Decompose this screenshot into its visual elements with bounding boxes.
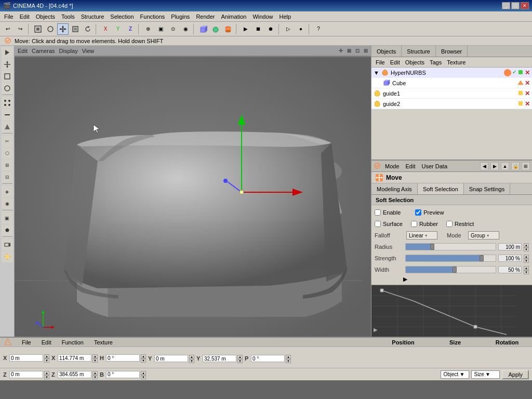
close-button[interactable]: ✕: [521, 2, 529, 9]
viewport[interactable]: Edit Cameras Display View ✛ ⊠ ⊡ ⊞ Perspe…: [15, 46, 371, 337]
hypernurbs-dot-green[interactable]: [517, 69, 524, 76]
mode-dropdown[interactable]: Group ▼: [468, 231, 499, 240]
attr-lock-btn[interactable]: 🔒: [511, 162, 520, 170]
viewport-menu-view[interactable]: View: [82, 48, 95, 54]
falloff-dropdown[interactable]: Linear ▼: [406, 231, 437, 240]
left-tool-bridge[interactable]: ⬡: [2, 148, 13, 159]
pos-y-up[interactable]: ▲: [189, 355, 194, 359]
size-x-spinner[interactable]: ▲ ▼: [92, 354, 98, 362]
menu-animation[interactable]: Animation: [218, 12, 249, 21]
left-tool-paint[interactable]: ◉: [2, 198, 13, 209]
viewport-icon-1[interactable]: ✛: [339, 48, 343, 54]
graph-expand[interactable]: ▶: [375, 276, 529, 283]
rot-p-up[interactable]: ▲: [286, 355, 291, 359]
axis-z[interactable]: Z: [125, 23, 136, 35]
left-tool-polygons[interactable]: [2, 121, 13, 132]
pos-x-spinner[interactable]: ▲ ▼: [44, 354, 49, 362]
rot-h-input[interactable]: [106, 354, 140, 362]
viewport-menu-display[interactable]: Display: [59, 48, 78, 54]
pos-z-dn[interactable]: ▼: [44, 375, 49, 379]
menu-selection[interactable]: Selection: [107, 12, 137, 21]
rot-b-spinner[interactable]: ▲ ▼: [141, 371, 146, 378]
size-x-input[interactable]: [58, 354, 91, 362]
pos-y-dn[interactable]: ▼: [189, 359, 194, 363]
menu-edit[interactable]: Edit: [17, 12, 33, 21]
minimize-button[interactable]: _: [502, 2, 510, 9]
bottom-tab-texture[interactable]: Texture: [94, 339, 113, 345]
tool-help[interactable]: ?: [313, 23, 324, 35]
left-tool-scale[interactable]: [2, 71, 13, 82]
surface-checkbox[interactable]: [375, 221, 381, 227]
attr-tab-snap[interactable]: Snap Settings: [464, 183, 511, 194]
menu-objects[interactable]: Objects: [33, 12, 58, 21]
viewport-icon-2[interactable]: ⊠: [347, 48, 351, 54]
viewport-icon-3[interactable]: ⊡: [355, 48, 360, 54]
tool-live[interactable]: ◉: [180, 23, 191, 35]
obj-menu-tags[interactable]: Tags: [428, 59, 444, 65]
left-tool-light[interactable]: [2, 251, 13, 262]
pos-z-input[interactable]: [9, 371, 43, 378]
pos-z-spinner[interactable]: ▲ ▼: [44, 371, 49, 378]
left-tool-arrow[interactable]: [2, 47, 13, 58]
radius-slider[interactable]: [405, 243, 496, 250]
menu-help[interactable]: Help: [276, 12, 295, 21]
maximize-button[interactable]: □: [511, 2, 520, 9]
size-y-up[interactable]: ▲: [237, 355, 243, 359]
tool-render-region[interactable]: ⏹: [252, 23, 264, 35]
rot-h-dn[interactable]: ▼: [141, 358, 146, 363]
size-x-up[interactable]: ▲: [92, 354, 98, 358]
restrict-checkbox[interactable]: [446, 221, 453, 227]
rot-b-up[interactable]: ▲: [141, 371, 146, 375]
strength-input[interactable]: [498, 255, 522, 262]
attr-menu-edit[interactable]: Edit: [404, 163, 418, 169]
menu-tools[interactable]: Tools: [58, 12, 78, 21]
rot-h-up[interactable]: ▲: [141, 354, 146, 358]
tool-anim-play[interactable]: ▷: [283, 23, 294, 35]
apply-button[interactable]: Apply: [502, 370, 529, 379]
left-tool-camera[interactable]: [2, 239, 13, 250]
obj-menu-edit[interactable]: Edit: [388, 59, 402, 65]
tool-select-rect[interactable]: ▣: [155, 23, 166, 35]
strength-slider[interactable]: [405, 255, 496, 262]
enable-checkbox[interactable]: [375, 209, 381, 216]
size-z-input[interactable]: [58, 371, 91, 378]
preview-checkbox[interactable]: [415, 209, 421, 216]
pos-x-dn[interactable]: ▼: [44, 358, 49, 363]
viewport-menu-cameras[interactable]: Cameras: [32, 48, 55, 54]
left-tool-material[interactable]: ▣: [2, 212, 13, 224]
rot-p-input[interactable]: [251, 355, 285, 362]
bottom-tab-function[interactable]: Function: [62, 339, 84, 345]
rot-p-spinner[interactable]: ▲ ▼: [286, 355, 291, 362]
width-spinner-up[interactable]: ▲: [524, 266, 529, 270]
mode-object[interactable]: [45, 23, 56, 35]
rubber-checkbox[interactable]: [411, 221, 417, 227]
attr-tab-softsel[interactable]: Soft Selection: [418, 183, 464, 194]
pos-y-spinner[interactable]: ▲ ▼: [189, 355, 194, 362]
size-x-dn[interactable]: ▼: [92, 358, 98, 363]
axis-x[interactable]: X: [100, 23, 111, 35]
pos-x-input[interactable]: [9, 354, 43, 362]
tool-rotate[interactable]: [82, 23, 94, 35]
radius-input[interactable]: [498, 243, 522, 250]
attr-up-btn[interactable]: ▲: [501, 162, 509, 170]
rot-h-spinner[interactable]: ▲ ▼: [141, 354, 146, 362]
radius-spinner-up[interactable]: ▲: [524, 243, 529, 247]
menu-render[interactable]: Render: [193, 12, 218, 21]
size-z-spinner[interactable]: ▲ ▼: [92, 371, 98, 378]
left-tool-move[interactable]: [2, 59, 13, 70]
radius-spinner-dn[interactable]: ▼: [524, 247, 529, 251]
attr-back-btn[interactable]: ◀: [480, 162, 488, 170]
size-z-dn[interactable]: ▼: [92, 375, 98, 379]
size-y-dn[interactable]: ▼: [237, 359, 243, 363]
viewport-menu-edit[interactable]: Edit: [18, 48, 28, 54]
bottom-tab-file[interactable]: File: [22, 339, 31, 345]
viewport-icon-4[interactable]: ⊞: [364, 48, 368, 54]
cube-red-x[interactable]: ✕: [525, 79, 530, 87]
left-tool-magnet[interactable]: ◈: [2, 186, 13, 197]
menu-window[interactable]: Window: [249, 12, 276, 21]
size-y-input[interactable]: [203, 355, 236, 362]
tool-sphere[interactable]: [210, 23, 221, 35]
hypernurbs-tag-1[interactable]: [504, 69, 511, 76]
left-tool-points[interactable]: [2, 97, 13, 109]
strength-spinner[interactable]: ▲ ▼: [524, 255, 529, 262]
